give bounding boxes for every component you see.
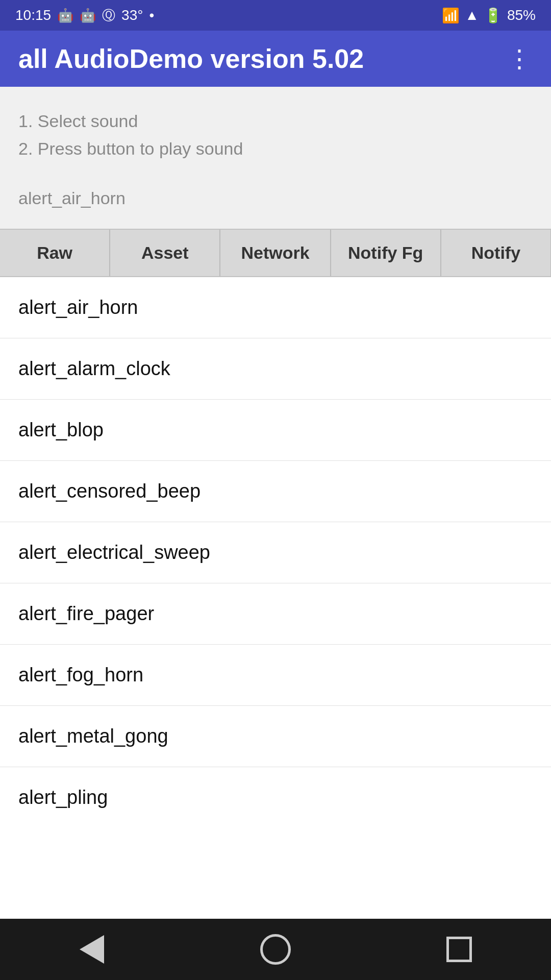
- instruction-step1: 1. Select sound: [18, 107, 533, 135]
- home-icon: [260, 934, 291, 965]
- tab-raw[interactable]: Raw: [0, 229, 110, 277]
- wifi-icon: 📶: [442, 7, 460, 24]
- tab-asset[interactable]: Asset: [110, 229, 220, 277]
- status-dot: •: [149, 7, 154, 23]
- tab-network[interactable]: Network: [220, 229, 330, 277]
- instructions-section: 1. Select sound 2. Press button to play …: [0, 87, 551, 173]
- data-icon: Ⓠ: [102, 7, 115, 24]
- tab-notify-fg[interactable]: Notify Fg: [331, 229, 441, 277]
- list-item[interactable]: alert_fire_pager: [0, 583, 551, 645]
- instruction-step2: 2. Press button to play sound: [18, 135, 533, 162]
- tab-notify[interactable]: Notify: [441, 229, 551, 277]
- list-item[interactable]: alert_metal_gong: [0, 706, 551, 767]
- selected-sound-text: alert_air_horn: [18, 188, 126, 208]
- list-item[interactable]: alert_fog_horn: [0, 645, 551, 706]
- status-temperature: 33°: [121, 7, 143, 23]
- android-icon-1: 🤖: [57, 8, 73, 23]
- sound-list[interactable]: alert_air_horn alert_alarm_clock alert_b…: [0, 277, 551, 919]
- list-item[interactable]: alert_air_horn: [0, 277, 551, 338]
- battery-icon: 🔋: [484, 7, 502, 24]
- app-bar: all AudioDemo version 5.02 ⋮: [0, 31, 551, 87]
- list-item[interactable]: alert_pling: [0, 767, 551, 828]
- status-bar-right: 📶 ▲ 🔋 85%: [442, 7, 536, 24]
- status-time: 10:15: [15, 7, 51, 23]
- nav-bar: [0, 919, 551, 980]
- list-item[interactable]: alert_alarm_clock: [0, 338, 551, 400]
- list-item[interactable]: alert_electrical_sweep: [0, 522, 551, 583]
- list-item[interactable]: alert_censored_beep: [0, 461, 551, 522]
- back-button[interactable]: [71, 929, 112, 970]
- recents-icon: [446, 937, 472, 962]
- home-button[interactable]: [255, 929, 296, 970]
- overflow-menu-button[interactable]: ⋮: [507, 44, 533, 73]
- app-title: all AudioDemo version 5.02: [18, 43, 364, 74]
- tab-bar: Raw Asset Network Notify Fg Notify: [0, 229, 551, 277]
- signal-icon: ▲: [465, 7, 479, 23]
- android-icon-2: 🤖: [80, 8, 96, 23]
- status-bar: 10:15 🤖 🤖 Ⓠ 33° • 📶 ▲ 🔋 85%: [0, 0, 551, 31]
- selected-sound-display: alert_air_horn: [0, 173, 551, 229]
- list-item[interactable]: alert_blop: [0, 400, 551, 461]
- main-content: 1. Select sound 2. Press button to play …: [0, 87, 551, 919]
- status-bar-left: 10:15 🤖 🤖 Ⓠ 33° •: [15, 7, 154, 24]
- battery-level: 85%: [507, 7, 536, 23]
- recents-button[interactable]: [439, 929, 480, 970]
- back-icon: [80, 935, 104, 964]
